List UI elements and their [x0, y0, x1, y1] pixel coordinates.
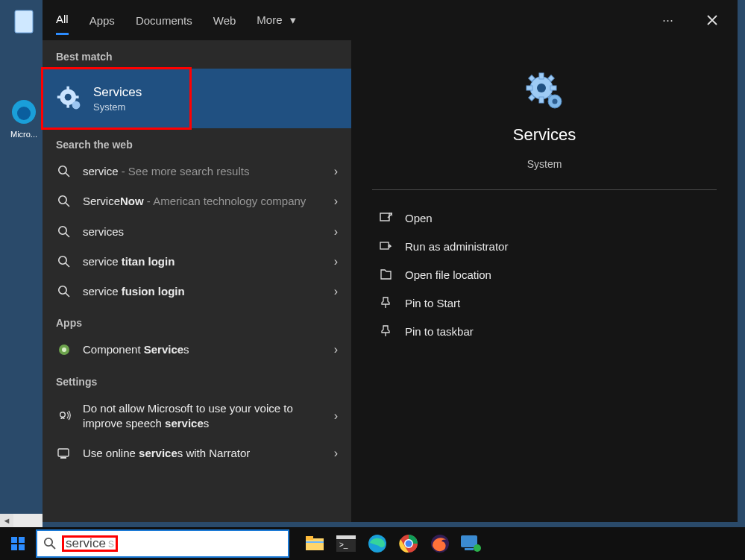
pin-icon — [378, 324, 393, 338]
search-suggestion-tail: s — [108, 537, 114, 550]
preview-pane: Services System Open Run as administrato… — [351, 40, 738, 522]
web-result-services[interactable]: services › — [43, 217, 351, 247]
web-result-titan-login[interactable]: service titan login › — [43, 247, 351, 277]
action-label: Pin to taskbar — [405, 325, 474, 338]
taskbar-terminal[interactable]: >_ — [334, 532, 358, 556]
component-services-icon — [56, 343, 72, 356]
open-icon — [378, 211, 393, 224]
svg-line-19 — [66, 293, 69, 297]
tab-all[interactable]: All — [56, 5, 69, 35]
chevron-right-icon: › — [334, 409, 338, 423]
desktop-item-edge[interactable]: Micro... — [6, 97, 42, 139]
search-icon — [43, 537, 57, 550]
taskbar-edge[interactable] — [365, 532, 389, 556]
svg-rect-29 — [550, 86, 556, 90]
admin-icon — [378, 239, 393, 253]
action-run-admin[interactable]: Run as administrator — [372, 232, 717, 260]
chrome-icon — [399, 534, 418, 553]
action-label: Open — [405, 212, 433, 224]
result-text: Component Services — [83, 342, 324, 357]
action-open-location[interactable]: Open file location — [372, 260, 717, 289]
svg-point-34 — [537, 84, 546, 92]
firefox-icon — [430, 534, 450, 553]
ellipsis-icon: ⋯ — [662, 13, 673, 27]
chevron-right-icon: › — [334, 447, 338, 460]
windows-logo-icon — [11, 537, 25, 550]
tab-apps[interactable]: Apps — [89, 7, 115, 34]
svg-point-36 — [553, 99, 558, 104]
svg-rect-41 — [19, 537, 25, 543]
tab-web[interactable]: Web — [213, 7, 236, 34]
highlight-box — [43, 69, 190, 128]
action-label: Run as administrator — [405, 240, 508, 253]
web-result-service[interactable]: service - See more search results › — [43, 157, 351, 186]
taskbar-chrome[interactable] — [397, 532, 421, 556]
svg-point-2 — [17, 107, 31, 120]
tab-more[interactable]: More ▾ — [257, 6, 295, 34]
svg-rect-26 — [539, 73, 544, 79]
taskbar-explorer[interactable] — [303, 532, 327, 556]
horizontal-scrollbar[interactable]: ◄ — [0, 514, 43, 527]
svg-rect-48 — [306, 541, 324, 543]
result-text: Use online services with Narrator — [83, 446, 324, 461]
app-result-component-services[interactable]: Component Services › — [43, 335, 351, 365]
start-button[interactable] — [0, 527, 36, 560]
web-result-servicenow[interactable]: ServiceNow - American technology company… — [43, 186, 351, 216]
action-open[interactable]: Open — [372, 204, 717, 232]
svg-rect-40 — [11, 537, 17, 543]
services-gear-large-icon — [524, 70, 565, 112]
result-text: Do not allow Microsoft to use your voice… — [83, 401, 324, 432]
setting-speech-services[interactable]: Do not allow Microsoft to use your voice… — [43, 394, 351, 439]
tab-documents[interactable]: Documents — [136, 7, 192, 34]
narrator-icon — [56, 446, 72, 461]
svg-rect-47 — [306, 536, 313, 540]
svg-point-10 — [59, 166, 66, 174]
taskbar-search-box[interactable]: s — [36, 529, 289, 558]
edge-icon — [9, 97, 39, 127]
search-flyout: All Apps Documents Web More ▾ ⋯ Best mat… — [43, 0, 738, 522]
web-result-fusion-login[interactable]: service fusion login › — [43, 277, 351, 306]
best-match-result[interactable]: Services System — [43, 69, 351, 128]
section-best-match: Best match — [43, 40, 351, 69]
tab-more-label: More — [257, 13, 282, 26]
svg-text:>_: >_ — [339, 541, 348, 549]
taskbar-remote-desktop[interactable] — [459, 532, 483, 556]
desktop-item-recycle-bin[interactable] — [6, 6, 42, 39]
svg-rect-46 — [306, 538, 324, 550]
action-label: Pin to Start — [405, 297, 460, 309]
chevron-right-icon: › — [334, 165, 338, 178]
folder-icon — [378, 268, 393, 281]
file-explorer-icon — [305, 535, 324, 552]
search-icon — [56, 165, 72, 178]
search-highlight: s — [63, 536, 117, 551]
close-button[interactable] — [700, 8, 724, 32]
scroll-left-arrow-icon[interactable]: ◄ — [0, 514, 13, 527]
chevron-right-icon: › — [334, 255, 338, 268]
svg-point-16 — [59, 257, 66, 264]
svg-rect-23 — [58, 449, 69, 456]
chevron-down-icon: ▾ — [290, 13, 296, 26]
svg-rect-50 — [336, 535, 356, 539]
setting-narrator-services[interactable]: Use online services with Narrator › — [43, 438, 351, 468]
preview-title: Services — [513, 125, 576, 145]
svg-point-18 — [59, 286, 66, 294]
taskbar: s >_ — [0, 527, 745, 560]
svg-point-44 — [45, 538, 52, 546]
action-label: Open file location — [405, 268, 491, 281]
result-text: service titan login — [83, 254, 324, 269]
taskbar-firefox[interactable] — [428, 532, 452, 556]
more-options-button[interactable]: ⋯ — [656, 8, 679, 32]
search-input[interactable] — [66, 536, 110, 551]
result-text: services — [83, 224, 324, 239]
svg-rect-39 — [380, 242, 389, 249]
voice-icon — [56, 409, 72, 424]
search-tabs: All Apps Documents Web More ▾ ⋯ — [43, 0, 738, 40]
action-pin-start[interactable]: Pin to Start — [372, 289, 717, 317]
svg-rect-27 — [539, 97, 544, 103]
section-search-web: Search the web — [43, 128, 351, 157]
results-pane: Best match Services System Search the we… — [43, 40, 351, 522]
close-icon — [706, 14, 718, 26]
action-pin-taskbar[interactable]: Pin to taskbar — [372, 317, 717, 345]
recycle-bin-icon — [9, 6, 39, 36]
svg-line-15 — [66, 233, 69, 237]
